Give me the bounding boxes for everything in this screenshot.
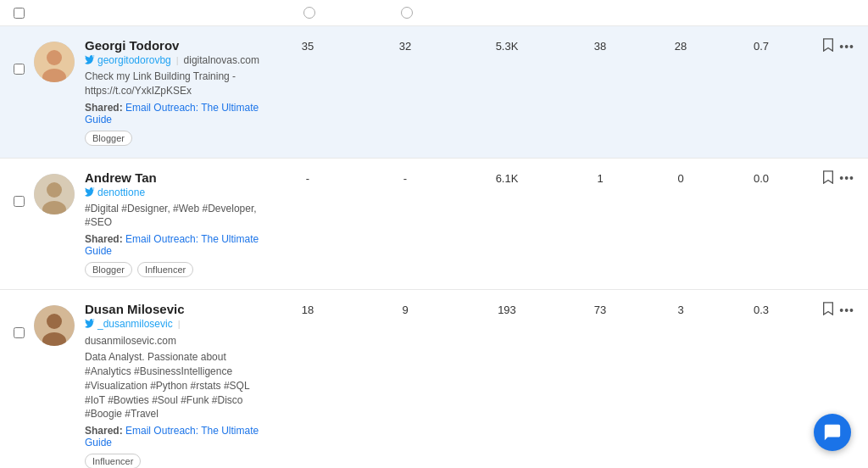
- stat-rpr: 3: [643, 304, 719, 316]
- stat-ar: 0.7: [719, 40, 804, 53]
- row-checkbox-container: [14, 170, 34, 209]
- contact-name: Dusan Milosevic: [85, 302, 261, 316]
- stat-ar: 0.3: [719, 304, 804, 316]
- more-options-icon[interactable]: •••: [839, 304, 854, 317]
- stat-rpr: 28: [643, 40, 719, 53]
- stat-rpr: 0: [643, 172, 719, 185]
- contact-avatar: [34, 302, 85, 346]
- da-info-icon[interactable]: [401, 7, 413, 19]
- svg-point-4: [47, 182, 62, 198]
- row-actions: •••: [804, 170, 854, 187]
- contact-rows-container: Georgi Todorov georgitodorovbg | digital…: [0, 26, 868, 468]
- select-all-container: [14, 8, 200, 19]
- contact-meta: georgitodorovbg | digitalnovas.com: [85, 54, 261, 66]
- stat-rtr: 38: [558, 40, 643, 53]
- row-checkbox[interactable]: [14, 196, 25, 207]
- bookmark-icon[interactable]: [822, 302, 834, 318]
- bookmark-icon[interactable]: [822, 38, 834, 54]
- contact-info: Andrew Tan denottione #Digital #Designer…: [85, 170, 261, 278]
- contact-avatar: [34, 170, 85, 214]
- twitter-icon: [85, 187, 95, 198]
- contact-info: Georgi Todorov georgitodorovbg | digital…: [85, 38, 261, 146]
- col-header-rtr: [558, 7, 643, 19]
- tags-container: BloggerInfluencer: [85, 262, 261, 277]
- column-headers: [200, 7, 854, 19]
- stat-pa: -: [261, 172, 354, 185]
- tag: Blogger: [85, 131, 132, 146]
- row-checkbox-container: [14, 302, 34, 341]
- contact-domain: digitalnovas.com: [184, 54, 259, 66]
- avatar-image: [34, 305, 75, 346]
- stat-rtr: 73: [558, 304, 643, 316]
- shared-line: Shared: Email Outreach: The Ultimate Gui…: [85, 233, 261, 257]
- more-options-icon[interactable]: •••: [839, 171, 854, 185]
- row-actions: •••: [804, 302, 854, 318]
- contact-stats: - - 6.1K 1 0 0.0 •••: [261, 170, 854, 187]
- row-actions: •••: [804, 38, 854, 54]
- shared-line: Shared: Email Outreach: The Ultimate Gui…: [85, 425, 261, 448]
- col-header-actions: [804, 7, 854, 19]
- table-row: Dusan Milosevic _dusanmilosevic | dusanm…: [0, 290, 868, 468]
- table-header: [0, 0, 868, 26]
- pa-info-icon[interactable]: [303, 7, 315, 19]
- col-header-ar: [719, 7, 804, 19]
- more-options-icon[interactable]: •••: [839, 40, 854, 53]
- table-row: Georgi Todorov georgitodorovbg | digital…: [0, 26, 868, 159]
- avatar-image: [34, 42, 75, 82]
- contact-avatar: [34, 38, 85, 82]
- contact-bio: Check my Link Building Training - https:…: [85, 70, 261, 98]
- col-header-pa: [261, 7, 354, 19]
- tag: Influencer: [85, 454, 141, 468]
- stat-rtr: 1: [558, 172, 643, 185]
- meta-divider: |: [178, 319, 181, 329]
- contact-stats: 18 9 193 73 3 0.3 •••: [261, 302, 854, 318]
- twitter-icon: [85, 55, 95, 65]
- col-header-tf: [456, 7, 558, 19]
- col-header-rpr: [643, 7, 719, 19]
- row-checkbox[interactable]: [14, 327, 25, 338]
- shared-label: Shared:: [85, 425, 123, 437]
- contact-meta: _dusanmilosevic | dusanmilosevic.com: [85, 318, 261, 347]
- contact-info: Dusan Milosevic _dusanmilosevic | dusanm…: [85, 302, 261, 468]
- meta-divider: |: [176, 55, 179, 65]
- stat-tf: 6.1K: [456, 172, 558, 185]
- tags-container: Blogger: [85, 131, 261, 146]
- shared-line: Shared: Email Outreach: The Ultimate Gui…: [85, 102, 261, 125]
- row-checkbox[interactable]: [14, 64, 25, 75]
- twitter-handle[interactable]: denottione: [85, 187, 145, 198]
- contact-name: Andrew Tan: [85, 170, 261, 185]
- select-all-checkbox[interactable]: [14, 8, 25, 19]
- col-header-da: [354, 7, 456, 19]
- avatar-image: [34, 174, 75, 214]
- tag: Blogger: [85, 262, 132, 277]
- contact-meta: denottione: [85, 187, 261, 198]
- contacts-table: Georgi Todorov georgitodorovbg | digital…: [0, 0, 868, 468]
- twitter-handle[interactable]: georgitodorovbg: [85, 54, 171, 66]
- chat-bubble[interactable]: [814, 414, 851, 451]
- twitter-handle[interactable]: _dusanmilosevic: [85, 318, 173, 330]
- contact-bio: Data Analyst. Passionate about #Analytic…: [85, 350, 261, 421]
- stat-tf: 193: [456, 304, 558, 316]
- stat-ar: 0.0: [719, 172, 804, 185]
- stat-tf: 5.3K: [456, 40, 558, 53]
- tag: Influencer: [137, 262, 193, 277]
- stat-da: 9: [354, 304, 456, 316]
- contact-name: Georgi Todorov: [85, 38, 261, 53]
- svg-point-7: [47, 314, 62, 329]
- stat-pa: 35: [261, 40, 354, 53]
- svg-point-1: [47, 50, 62, 65]
- tags-container: Influencer: [85, 454, 261, 468]
- table-row: Andrew Tan denottione #Digital #Designer…: [0, 159, 868, 291]
- shared-label: Shared:: [85, 102, 123, 114]
- stat-da: 32: [354, 40, 456, 53]
- contact-stats: 35 32 5.3K 38 28 0.7 •••: [261, 38, 854, 54]
- shared-label: Shared:: [85, 233, 123, 245]
- stat-pa: 18: [261, 304, 354, 316]
- contact-bio: #Digital #Designer, #Web #Developer, #SE…: [85, 202, 261, 231]
- row-checkbox-container: [14, 38, 34, 77]
- bookmark-icon[interactable]: [822, 170, 834, 187]
- stat-da: -: [354, 172, 456, 185]
- twitter-icon: [85, 319, 95, 329]
- contact-domain: dusanmilosevic.com: [85, 335, 176, 347]
